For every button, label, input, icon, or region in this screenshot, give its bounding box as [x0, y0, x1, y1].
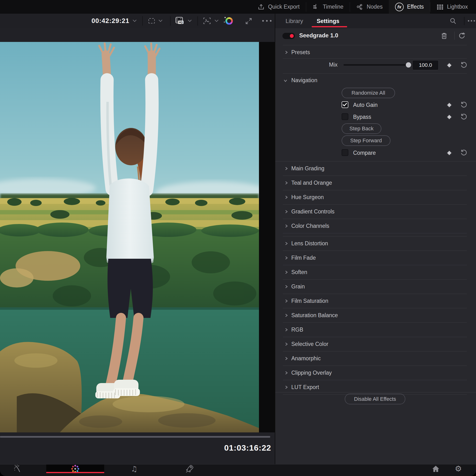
step-forward-button[interactable]: Step Forward [342, 135, 391, 146]
mix-keyframe-diamond-icon[interactable] [446, 62, 452, 68]
disable-all-effects-button[interactable]: Disable All Effects [345, 394, 405, 404]
section-label: Gradient Controls [291, 208, 334, 215]
section-row-teal-and-orange[interactable]: Teal and Orange [275, 176, 476, 190]
section-row-rgb[interactable]: RGB [275, 323, 476, 337]
section-row-lut-export[interactable]: LUT Export [275, 380, 476, 394]
auto-gain-keyframe-diamond-icon[interactable] [446, 102, 452, 108]
section-row-saturation-balance[interactable]: Saturation Balance [275, 308, 476, 323]
settings-tab-underline [312, 26, 347, 27]
fx-glyph: fx [397, 4, 402, 10]
viewer-timecode-display[interactable]: 00:42:29:21 [89, 14, 129, 28]
application-window: Quick Export Timeline Nodes fx Effects L… [0, 0, 476, 476]
still-chevron-down-icon[interactable] [214, 19, 219, 23]
tab-fusion-page[interactable] [8, 464, 27, 473]
compare-checkbox[interactable] [342, 149, 348, 156]
color-boost-icon[interactable]: ✦ ✦ [225, 17, 233, 25]
panel-header: Library Settings [275, 14, 476, 28]
lightbox-button[interactable]: Lightbox [430, 0, 476, 14]
step-back-button[interactable]: Step Back [342, 123, 381, 134]
viewer-format-icon[interactable] [148, 17, 156, 24]
timeline-icon [312, 3, 320, 11]
effects-fx-icon: fx [395, 3, 404, 11]
navigation-section-header[interactable]: Navigation [275, 75, 476, 86]
project-settings-button[interactable]: ⚙ [449, 464, 468, 473]
section-row-gradient-controls[interactable]: Gradient Controls [275, 204, 476, 219]
toggle-knob [290, 34, 294, 38]
viewer-image [0, 42, 259, 432]
viewer-scrub-bar[interactable] [0, 436, 270, 438]
record-timecode: 01:03:16:22 [182, 443, 271, 453]
mix-value-field[interactable]: 100.0 [412, 60, 439, 70]
section-row-soften[interactable]: Soften [275, 265, 476, 280]
timecode-chevron-down-icon[interactable] [132, 19, 137, 23]
nodes-icon [356, 3, 363, 11]
format-chevron-down-icon[interactable] [158, 19, 163, 23]
grab-still-icon[interactable] [203, 17, 211, 25]
auto-gain-reset-icon[interactable] [460, 101, 467, 108]
mix-slider[interactable] [343, 64, 411, 66]
section-row-clipping-overlay[interactable]: Clipping Overlay [275, 366, 476, 380]
section-row-grain[interactable]: Grain [275, 280, 476, 294]
randomize-all-button[interactable]: Randomize All [342, 88, 395, 98]
section-label: Hue Surgeon [291, 194, 324, 201]
viewer-image-frame [0, 42, 275, 432]
gear-icon: ⚙ [455, 464, 462, 474]
bypass-checkbox[interactable] [342, 113, 348, 120]
tab-fairlight-page[interactable]: ♫ [125, 464, 144, 473]
section-row-film-fade[interactable]: Film Fade [275, 251, 476, 265]
section-row-lens-distortion[interactable]: Lens Distortion [275, 237, 476, 251]
section-label: LUT Export [291, 384, 319, 391]
separator [283, 58, 467, 59]
section-row-anamorphic[interactable]: Anamorphic [275, 351, 476, 366]
viewer-options-kebab-icon[interactable] [262, 19, 272, 22]
tab-library[interactable]: Library [286, 14, 303, 28]
viewer-toolbar: 00:42:29:21 HQ ✦ ✦ [0, 14, 275, 28]
chevron-right-icon [284, 50, 289, 54]
section-row-main-grading[interactable]: Main Grading [275, 161, 476, 176]
compare-reset-icon[interactable] [460, 149, 467, 156]
page-bar: ♫ ⚙ [0, 464, 476, 476]
mix-reset-icon[interactable] [460, 61, 467, 68]
section-row-film-saturation[interactable]: Film Saturation [275, 294, 476, 308]
section-row-color-channels[interactable]: Color Channels [275, 219, 476, 233]
compare-keyframe-diamond-icon[interactable] [446, 150, 452, 156]
search-icon[interactable] [449, 17, 457, 25]
section-label: Grain [291, 283, 305, 290]
delete-effect-trash-icon[interactable] [441, 32, 448, 40]
section-label: Selective Color [291, 341, 328, 347]
expand-viewer-icon[interactable] [245, 17, 253, 25]
tab-deliver-page[interactable] [180, 464, 199, 473]
panel-options-kebab-icon[interactable] [467, 20, 476, 22]
presets-label: Presets [291, 49, 310, 56]
active-page-underline [46, 472, 104, 473]
effects-label: Effects [407, 4, 424, 10]
effect-history-icon[interactable] [458, 32, 466, 40]
effects-button[interactable]: fx Effects [389, 0, 430, 14]
export-icon [257, 3, 265, 11]
timeline-label: Timeline [323, 4, 343, 10]
nodes-button[interactable]: Nodes [350, 0, 389, 14]
viewer-area: 01:03:16:22 [0, 28, 275, 464]
timeline-button[interactable]: Timeline [306, 0, 350, 14]
presets-section-header[interactable]: Presets [275, 47, 476, 58]
quick-export-button[interactable]: Quick Export [251, 0, 306, 14]
mix-slider-handle[interactable] [406, 62, 411, 68]
toolbar-divider [197, 16, 198, 26]
section-label: Saturation Balance [291, 312, 338, 319]
navigation-label: Navigation [291, 77, 317, 84]
section-label: Color Channels [291, 223, 329, 229]
playback-quality-icon[interactable]: HQ [175, 17, 185, 25]
rocket-icon [185, 464, 195, 474]
section-group-break [275, 233, 476, 237]
bypass-reset-icon[interactable] [460, 113, 467, 120]
panel-header-divider [464, 17, 464, 25]
mix-label: Mix [309, 62, 338, 68]
auto-gain-checkbox[interactable] [342, 101, 348, 108]
effect-enable-toggle[interactable] [282, 33, 295, 39]
quality-chevron-down-icon[interactable] [187, 19, 192, 23]
section-row-hue-surgeon[interactable]: Hue Surgeon [275, 190, 476, 204]
bypass-keyframe-diamond-icon[interactable] [446, 114, 452, 120]
section-row-selective-color[interactable]: Selective Color [275, 337, 476, 351]
project-manager-button[interactable] [426, 464, 445, 473]
checkmark-icon [342, 102, 348, 107]
